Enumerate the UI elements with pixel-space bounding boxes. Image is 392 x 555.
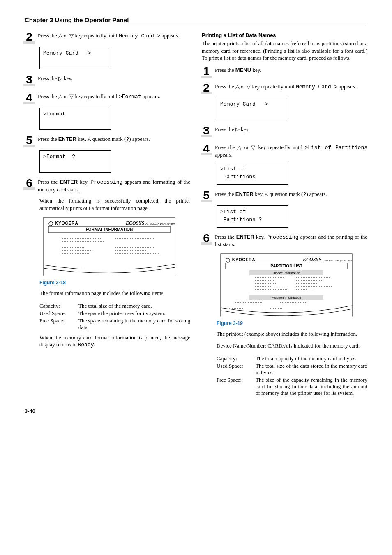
down-triangle-icon: ▽ [247,83,251,90]
brand-text: ◯ KYOCERA [48,221,78,226]
step-number: 2 [25,31,34,43]
step-text: Press the ▷ key. [38,75,190,82]
right-step-3: 3 Press the ▷ key. [202,126,367,136]
definitions-list: Capacity:The total capacity of the memor… [217,355,367,396]
step-text: Press the △ or ▽ key repeatedly until >F… [38,93,190,101]
section-intro: The printer prints a list of all data na… [202,40,367,62]
def-text: The total size of the data stored in the… [256,363,367,376]
def-text: The total size of the memory card. [78,303,190,309]
figure-label: Figure 3-19 [217,320,367,326]
step-number: 3 [25,74,34,85]
def-term: Capacity: [217,355,256,362]
step-number: 1 [202,66,211,77]
step-3: 3 Press the ▷ key. [25,75,190,85]
step-number: 4 [202,143,211,154]
step-number: 5 [202,190,211,201]
chapter-title: Chapter 3 Using the Operator Panel [25,16,367,23]
section-device-info: Device Information [273,271,300,275]
lcd-display: Memory Card > [39,47,111,69]
step-number: 6 [25,177,34,189]
step-6: 6 Press the ENTER key. Processing appear… [25,178,190,193]
def-text: The size of the capacity remaining in th… [256,377,367,396]
def-row: Free Space:The space remaining in the me… [39,318,190,331]
down-triangle-icon: ▽ [69,93,74,99]
right-triangle-icon: ▷ [58,75,62,81]
step-text: Press the ENTER key. Processing appears … [38,178,190,193]
figure-label: Figure 3-18 [39,280,190,286]
step-text: Press the MENU key. [215,67,367,74]
def-row: Used Space:The space the printer uses fo… [39,310,190,317]
step-number: 5 [25,135,34,146]
def-text: The space remaining in the memory card f… [78,318,190,331]
right-step-5: 5 Press the ENTER key. A question mark (… [202,191,367,201]
step-text: Press the ENTER key. Processing appears … [215,233,367,248]
down-triangle-icon: ▽ [69,32,74,39]
step-6-continued: When the formatting is successfully comp… [39,197,190,212]
step-text: Press the ENTER key. A question mark (?)… [38,136,190,143]
up-triangle-icon: △ [58,93,62,99]
divider [25,26,367,26]
lcd-display: >List of Partitions ? [217,205,288,228]
def-row: Free Space:The size of the capacity rema… [217,377,367,396]
step-number: 6 [202,233,211,244]
step-2: 2 Press the △ or ▽ key repeatedly until … [25,32,190,43]
lcd-display: >Format ? [39,150,111,173]
sheet-title: PARTITION LIST [270,264,302,268]
step-text: Press the △ or ▽ key repeatedly until Me… [215,83,367,91]
format-info-sheet: ◯ KYOCERA ECOSYS FS-9520DN Page Printer … [39,216,179,277]
model-text: FS-9520DN Page Printer [145,222,175,226]
def-text: The total capacity of the memory card in… [256,355,367,362]
left-column: 2 Press the △ or ▽ key repeatedly until … [25,32,190,397]
def-term: Free Space: [39,318,78,331]
step-number: 4 [25,92,34,104]
def-term: Free Space: [217,377,256,396]
up-triangle-icon: △ [58,32,62,39]
model-text: FS-9520DN Page Printer [322,259,352,262]
step-text: Press the △ or ▽ key repeatedly until Me… [38,32,190,40]
step-text: Press the △ or ▽ key repeatedly until >L… [215,144,367,159]
def-row: Capacity:The total size of the memory ca… [39,303,190,309]
step-text: Press the ENTER key. A question mark (?)… [215,191,367,198]
printout-intro: The printout (example above) includes th… [217,330,367,338]
right-step-1: 1 Press the MENU key. [202,67,367,77]
brand-text: ◯ KYOCERA [226,258,256,263]
format-items-intro: The format information page includes the… [39,290,190,297]
left-footer-para: When the memory card format information … [39,334,190,349]
lcd-display: Memory Card > [217,98,288,120]
right-step-2: 2 Press the △ or ▽ key repeatedly until … [202,83,367,94]
right-column: Printing a List of Data Names The printe… [202,32,367,397]
lcd-display: >Format [39,108,111,130]
device-name-line: Device Name/Number: CARD/A is indicated … [217,342,367,350]
step-5: 5 Press the ENTER key. A question mark (… [25,136,190,146]
step-number: 3 [202,125,211,136]
def-text: The space the printer uses for its syste… [78,310,190,317]
right-step-4: 4 Press the △ or ▽ key repeatedly until … [202,144,367,159]
step-4: 4 Press the △ or ▽ key repeatedly until … [25,93,190,104]
section-partition-info: Partition Information [272,296,301,299]
step-text: Press the ▷ key. [215,126,367,133]
step-number: 2 [202,82,211,94]
ecosys-logo: ECOSYS [302,257,322,263]
up-triangle-icon: △ [237,144,242,150]
right-triangle-icon: ▷ [235,126,240,132]
down-triangle-icon: ▽ [251,144,256,150]
def-row: Used Space:The total size of the data st… [217,363,367,376]
def-term: Used Space: [217,363,256,376]
definitions-list: Capacity:The total size of the memory ca… [39,303,190,331]
page-columns: 2 Press the △ or ▽ key repeatedly until … [25,32,367,397]
def-term: Used Space: [39,310,78,317]
right-step-6: 6 Press the ENTER key. Processing appear… [202,233,367,248]
partition-list-sheet: ◯ KYOCERA ECOSYS FS-9520DN Page Printer … [217,252,356,318]
ecosys-logo: ECOSYS [125,220,145,226]
def-row: Capacity:The total capacity of the memor… [217,355,367,362]
def-term: Capacity: [39,303,78,309]
page-number: 3-40 [25,408,367,414]
lcd-display: >List of Partitions [217,163,288,185]
up-triangle-icon: △ [235,83,240,90]
sheet-title: FORMAT INFORMATION [86,227,133,232]
section-heading: Printing a List of Data Names [202,32,367,38]
